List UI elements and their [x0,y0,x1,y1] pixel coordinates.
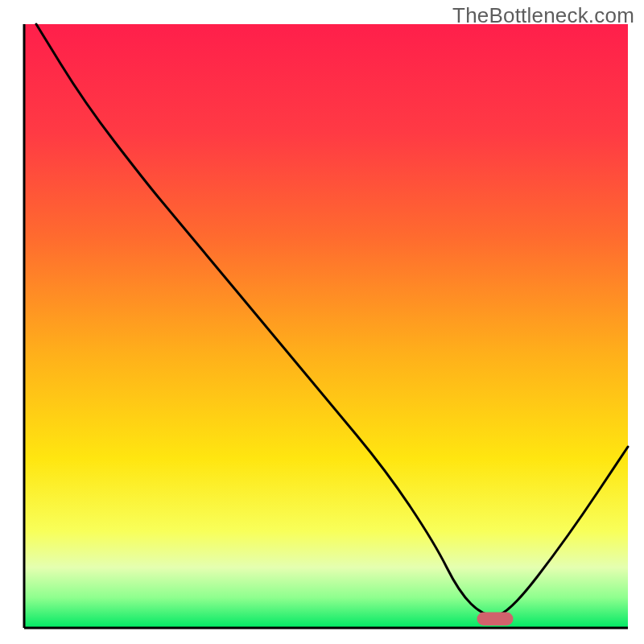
watermark-text: TheBottleneck.com [452,3,634,28]
bottleneck-chart [0,0,644,644]
plot-background [24,24,628,628]
optimum-marker [477,613,514,626]
chart-container: { "watermark": "TheBottleneck.com", "cha… [0,0,644,644]
